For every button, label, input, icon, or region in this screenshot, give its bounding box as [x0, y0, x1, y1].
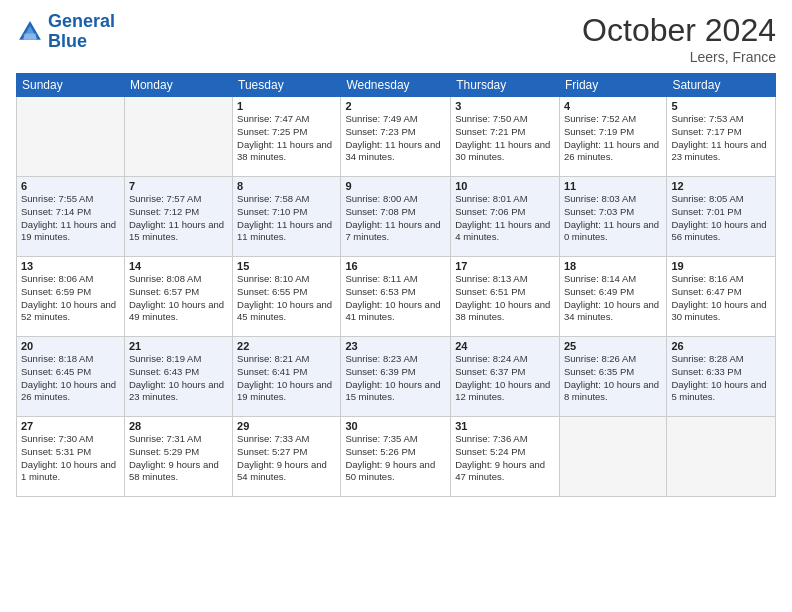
- table-row: 27Sunrise: 7:30 AMSunset: 5:31 PMDayligh…: [17, 417, 125, 497]
- table-row: 10Sunrise: 8:01 AMSunset: 7:06 PMDayligh…: [451, 177, 560, 257]
- logo: General Blue: [16, 12, 115, 52]
- calendar-week-row: 1Sunrise: 7:47 AMSunset: 7:25 PMDaylight…: [17, 97, 776, 177]
- table-row: 19Sunrise: 8:16 AMSunset: 6:47 PMDayligh…: [667, 257, 776, 337]
- cell-info: Sunrise: 8:11 AMSunset: 6:53 PMDaylight:…: [345, 273, 446, 324]
- cell-info: Sunrise: 7:55 AMSunset: 7:14 PMDaylight:…: [21, 193, 120, 244]
- cell-info: Sunrise: 8:24 AMSunset: 6:37 PMDaylight:…: [455, 353, 555, 404]
- cell-day-number: 31: [455, 420, 555, 432]
- table-row: 14Sunrise: 8:08 AMSunset: 6:57 PMDayligh…: [124, 257, 232, 337]
- cell-day-number: 19: [671, 260, 771, 272]
- cell-day-number: 11: [564, 180, 662, 192]
- svg-rect-2: [24, 33, 36, 39]
- cell-info: Sunrise: 7:49 AMSunset: 7:23 PMDaylight:…: [345, 113, 446, 164]
- col-wednesday: Wednesday: [341, 74, 451, 97]
- cell-day-number: 23: [345, 340, 446, 352]
- cell-day-number: 8: [237, 180, 336, 192]
- cell-day-number: 3: [455, 100, 555, 112]
- cell-day-number: 29: [237, 420, 336, 432]
- cell-info: Sunrise: 8:23 AMSunset: 6:39 PMDaylight:…: [345, 353, 446, 404]
- cell-info: Sunrise: 8:00 AMSunset: 7:08 PMDaylight:…: [345, 193, 446, 244]
- calendar-week-row: 6Sunrise: 7:55 AMSunset: 7:14 PMDaylight…: [17, 177, 776, 257]
- table-row: 21Sunrise: 8:19 AMSunset: 6:43 PMDayligh…: [124, 337, 232, 417]
- title-block: October 2024 Leers, France: [582, 12, 776, 65]
- cell-day-number: 26: [671, 340, 771, 352]
- table-row: 12Sunrise: 8:05 AMSunset: 7:01 PMDayligh…: [667, 177, 776, 257]
- cell-day-number: 25: [564, 340, 662, 352]
- cell-info: Sunrise: 8:08 AMSunset: 6:57 PMDaylight:…: [129, 273, 228, 324]
- cell-day-number: 15: [237, 260, 336, 272]
- table-row: [667, 417, 776, 497]
- table-row: 5Sunrise: 7:53 AMSunset: 7:17 PMDaylight…: [667, 97, 776, 177]
- col-saturday: Saturday: [667, 74, 776, 97]
- table-row: 7Sunrise: 7:57 AMSunset: 7:12 PMDaylight…: [124, 177, 232, 257]
- cell-info: Sunrise: 8:06 AMSunset: 6:59 PMDaylight:…: [21, 273, 120, 324]
- table-row: 31Sunrise: 7:36 AMSunset: 5:24 PMDayligh…: [451, 417, 560, 497]
- cell-info: Sunrise: 7:47 AMSunset: 7:25 PMDaylight:…: [237, 113, 336, 164]
- cell-day-number: 28: [129, 420, 228, 432]
- table-row: 4Sunrise: 7:52 AMSunset: 7:19 PMDaylight…: [559, 97, 666, 177]
- calendar-table: Sunday Monday Tuesday Wednesday Thursday…: [16, 73, 776, 497]
- table-row: 24Sunrise: 8:24 AMSunset: 6:37 PMDayligh…: [451, 337, 560, 417]
- cell-info: Sunrise: 7:50 AMSunset: 7:21 PMDaylight:…: [455, 113, 555, 164]
- cell-info: Sunrise: 7:35 AMSunset: 5:26 PMDaylight:…: [345, 433, 446, 484]
- cell-day-number: 10: [455, 180, 555, 192]
- logo-icon: [16, 18, 44, 46]
- cell-day-number: 6: [21, 180, 120, 192]
- cell-info: Sunrise: 8:14 AMSunset: 6:49 PMDaylight:…: [564, 273, 662, 324]
- col-friday: Friday: [559, 74, 666, 97]
- cell-info: Sunrise: 8:01 AMSunset: 7:06 PMDaylight:…: [455, 193, 555, 244]
- table-row: [559, 417, 666, 497]
- cell-info: Sunrise: 8:03 AMSunset: 7:03 PMDaylight:…: [564, 193, 662, 244]
- cell-info: Sunrise: 8:10 AMSunset: 6:55 PMDaylight:…: [237, 273, 336, 324]
- cell-day-number: 22: [237, 340, 336, 352]
- table-row: 8Sunrise: 7:58 AMSunset: 7:10 PMDaylight…: [233, 177, 341, 257]
- table-row: 25Sunrise: 8:26 AMSunset: 6:35 PMDayligh…: [559, 337, 666, 417]
- cell-info: Sunrise: 8:28 AMSunset: 6:33 PMDaylight:…: [671, 353, 771, 404]
- cell-info: Sunrise: 7:57 AMSunset: 7:12 PMDaylight:…: [129, 193, 228, 244]
- table-row: 3Sunrise: 7:50 AMSunset: 7:21 PMDaylight…: [451, 97, 560, 177]
- table-row: 6Sunrise: 7:55 AMSunset: 7:14 PMDaylight…: [17, 177, 125, 257]
- table-row: [124, 97, 232, 177]
- cell-day-number: 13: [21, 260, 120, 272]
- logo-line2: Blue: [48, 31, 87, 51]
- table-row: 20Sunrise: 8:18 AMSunset: 6:45 PMDayligh…: [17, 337, 125, 417]
- cell-day-number: 24: [455, 340, 555, 352]
- col-sunday: Sunday: [17, 74, 125, 97]
- cell-day-number: 18: [564, 260, 662, 272]
- page: General Blue October 2024 Leers, France …: [0, 0, 792, 612]
- cell-day-number: 12: [671, 180, 771, 192]
- logo-line1: General: [48, 11, 115, 31]
- table-row: 16Sunrise: 8:11 AMSunset: 6:53 PMDayligh…: [341, 257, 451, 337]
- col-monday: Monday: [124, 74, 232, 97]
- cell-info: Sunrise: 7:58 AMSunset: 7:10 PMDaylight:…: [237, 193, 336, 244]
- cell-info: Sunrise: 8:16 AMSunset: 6:47 PMDaylight:…: [671, 273, 771, 324]
- cell-day-number: 9: [345, 180, 446, 192]
- cell-info: Sunrise: 8:26 AMSunset: 6:35 PMDaylight:…: [564, 353, 662, 404]
- table-row: 30Sunrise: 7:35 AMSunset: 5:26 PMDayligh…: [341, 417, 451, 497]
- table-row: 23Sunrise: 8:23 AMSunset: 6:39 PMDayligh…: [341, 337, 451, 417]
- table-row: 9Sunrise: 8:00 AMSunset: 7:08 PMDaylight…: [341, 177, 451, 257]
- cell-info: Sunrise: 7:31 AMSunset: 5:29 PMDaylight:…: [129, 433, 228, 484]
- table-row: 22Sunrise: 8:21 AMSunset: 6:41 PMDayligh…: [233, 337, 341, 417]
- cell-day-number: 1: [237, 100, 336, 112]
- cell-day-number: 27: [21, 420, 120, 432]
- header: General Blue October 2024 Leers, France: [16, 12, 776, 65]
- table-row: 26Sunrise: 8:28 AMSunset: 6:33 PMDayligh…: [667, 337, 776, 417]
- calendar-week-row: 27Sunrise: 7:30 AMSunset: 5:31 PMDayligh…: [17, 417, 776, 497]
- table-row: [17, 97, 125, 177]
- col-tuesday: Tuesday: [233, 74, 341, 97]
- cell-info: Sunrise: 7:52 AMSunset: 7:19 PMDaylight:…: [564, 113, 662, 164]
- table-row: 13Sunrise: 8:06 AMSunset: 6:59 PMDayligh…: [17, 257, 125, 337]
- table-row: 1Sunrise: 7:47 AMSunset: 7:25 PMDaylight…: [233, 97, 341, 177]
- cell-info: Sunrise: 7:36 AMSunset: 5:24 PMDaylight:…: [455, 433, 555, 484]
- cell-info: Sunrise: 8:05 AMSunset: 7:01 PMDaylight:…: [671, 193, 771, 244]
- cell-day-number: 7: [129, 180, 228, 192]
- cell-info: Sunrise: 8:18 AMSunset: 6:45 PMDaylight:…: [21, 353, 120, 404]
- calendar-week-row: 13Sunrise: 8:06 AMSunset: 6:59 PMDayligh…: [17, 257, 776, 337]
- cell-info: Sunrise: 8:21 AMSunset: 6:41 PMDaylight:…: [237, 353, 336, 404]
- table-row: 11Sunrise: 8:03 AMSunset: 7:03 PMDayligh…: [559, 177, 666, 257]
- col-thursday: Thursday: [451, 74, 560, 97]
- calendar-header-row: Sunday Monday Tuesday Wednesday Thursday…: [17, 74, 776, 97]
- table-row: 2Sunrise: 7:49 AMSunset: 7:23 PMDaylight…: [341, 97, 451, 177]
- logo-text: General Blue: [48, 12, 115, 52]
